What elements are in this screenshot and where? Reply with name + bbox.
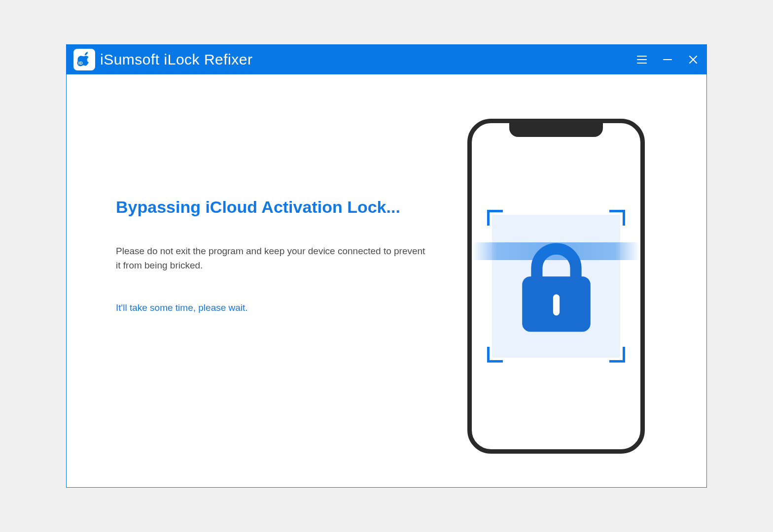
scan-corner-br bbox=[609, 347, 625, 363]
close-icon bbox=[688, 55, 698, 65]
phone-mockup bbox=[467, 119, 645, 454]
text-panel: Bypassing iCloud Activation Lock... Plea… bbox=[116, 99, 450, 313]
scan-corner-tl bbox=[487, 210, 503, 226]
scan-line bbox=[472, 242, 640, 260]
menu-button[interactable] bbox=[635, 53, 648, 66]
phone-notch bbox=[509, 123, 603, 137]
illustration-panel bbox=[450, 99, 662, 454]
svg-text:ID: ID bbox=[78, 61, 83, 66]
phone-screen bbox=[472, 123, 640, 449]
warning-description: Please do not exit the program and keep … bbox=[116, 244, 430, 273]
scan-corner-bl bbox=[487, 347, 503, 363]
minimize-icon bbox=[663, 55, 672, 65]
main-content: Bypassing iCloud Activation Lock... Plea… bbox=[67, 74, 706, 487]
wait-message: It'll take some time, please wait. bbox=[116, 302, 430, 313]
app-window: ID iSumsoft iLock Refixer bbox=[66, 44, 707, 488]
app-title: iSumsoft iLock Refixer bbox=[100, 51, 252, 68]
title-bar: ID iSumsoft iLock Refixer bbox=[67, 45, 706, 74]
title-bar-controls bbox=[635, 53, 700, 66]
title-bar-left: ID iSumsoft iLock Refixer bbox=[73, 49, 252, 70]
svg-rect-9 bbox=[553, 295, 559, 316]
menu-icon bbox=[636, 55, 647, 64]
app-logo-icon: ID bbox=[73, 49, 95, 70]
minimize-button[interactable] bbox=[661, 53, 674, 66]
scan-area bbox=[487, 210, 625, 363]
progress-heading: Bypassing iCloud Activation Lock... bbox=[116, 198, 430, 217]
scan-corner-tr bbox=[609, 210, 625, 226]
close-button[interactable] bbox=[687, 53, 700, 66]
